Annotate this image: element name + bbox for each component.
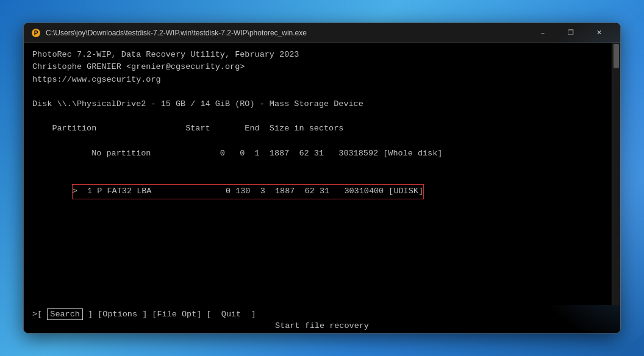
title-bar: P C:\Users\joy\Downloads\testdisk-7.2-WI… bbox=[24, 23, 620, 43]
close-button[interactable]: ✕ bbox=[585, 23, 613, 43]
footer-hint: Start file recovery bbox=[32, 321, 612, 330]
table-header: Partition Start End Size in sectors bbox=[32, 123, 602, 135]
spacer-1 bbox=[32, 86, 602, 98]
window-controls: − ❐ ✕ bbox=[529, 23, 613, 43]
header-line-2: Christophe GRENIER <grenier@cgsecurity.o… bbox=[32, 61, 602, 73]
header-line-1: PhotoRec 7.2-WIP, Data Recovery Utility,… bbox=[32, 49, 602, 61]
fileopt-button[interactable]: [File Opt] bbox=[147, 310, 201, 319]
footer-actions: > [ Search ] [Options ] [File Opt] [ Qui… bbox=[32, 308, 612, 320]
restore-button[interactable]: ❐ bbox=[557, 23, 585, 43]
footer-bar: > [ Search ] [Options ] [File Opt] [ Qui… bbox=[24, 305, 620, 333]
footer-prompt: > bbox=[32, 310, 37, 319]
search-bracket-close: ] bbox=[83, 310, 93, 319]
scrollbar-thumb[interactable] bbox=[614, 44, 619, 68]
search-bracket-open: [ bbox=[37, 310, 47, 319]
disk-line: Disk \\.\PhysicalDrive2 - 15 GB / 14 GiB… bbox=[32, 98, 602, 110]
header-line-3: https://www.cgsecurity.org bbox=[32, 74, 602, 86]
app-icon: P bbox=[31, 28, 41, 38]
no-partition-row: No partition 0 0 1 1887 62 31 30318592 [… bbox=[32, 135, 602, 172]
spacer-2 bbox=[32, 110, 602, 123]
console-content: PhotoRec 7.2-WIP, Data Recovery Utility,… bbox=[32, 49, 612, 299]
selected-partition-row[interactable]: > 1 P FAT32 LBA 0 130 3 1887 62 31 30310… bbox=[72, 184, 424, 199]
quit-button[interactable]: [ Quit ] bbox=[201, 310, 256, 319]
selected-row-container[interactable]: > 1 P FAT32 LBA 0 130 3 1887 62 31 30310… bbox=[32, 172, 602, 212]
minimize-button[interactable]: − bbox=[529, 23, 557, 43]
search-button[interactable]: Search bbox=[47, 308, 83, 320]
options-button[interactable]: [Options ] bbox=[93, 310, 147, 319]
svg-text:P: P bbox=[34, 30, 38, 37]
terminal-window: P C:\Users\joy\Downloads\testdisk-7.2-WI… bbox=[23, 23, 621, 333]
console-area: PhotoRec 7.2-WIP, Data Recovery Utility,… bbox=[24, 43, 620, 305]
scrollbar[interactable] bbox=[612, 43, 620, 305]
window-title: C:\Users\joy\Downloads\testdisk-7.2-WIP.… bbox=[46, 29, 524, 37]
